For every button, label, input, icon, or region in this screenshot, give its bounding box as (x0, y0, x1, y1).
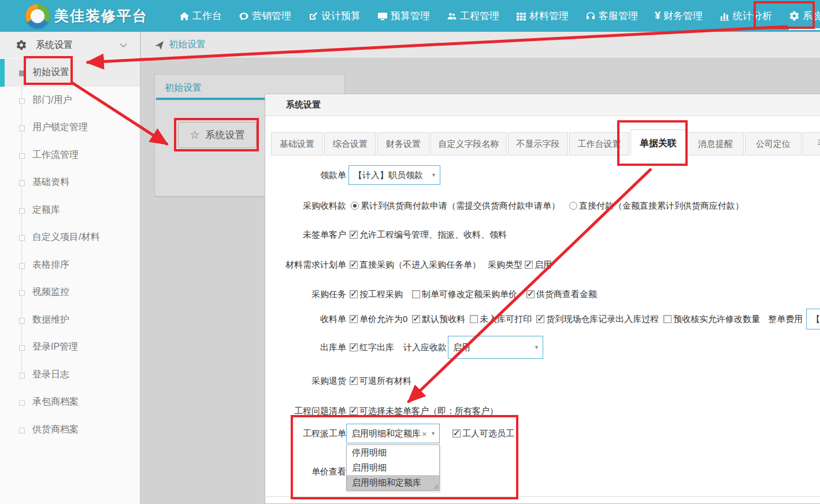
sidebar-item-quota-library[interactable]: 定额库 (0, 197, 140, 224)
option-label: 计入应收款 (403, 342, 447, 353)
system-settings-button[interactable]: ☆ 系统设置 (178, 122, 257, 148)
headset-icon (585, 11, 596, 21)
sidebar-item-label: 初始设置 (32, 66, 69, 79)
sidebar-item-login-log[interactable]: 登录日志 (0, 361, 140, 389)
option-label: 默认预收料 (422, 314, 465, 325)
checkbox-return-all-materials[interactable] (350, 377, 358, 385)
sidebar-item-data-maintenance[interactable]: 数据维护 (0, 306, 140, 334)
checkbox-default-pre-receive[interactable] (412, 315, 420, 323)
caret-down-icon: ▼ (431, 172, 436, 178)
nav-item-label: 统计分析 (733, 9, 772, 23)
nav-item-design-budget[interactable]: 设计预算 (308, 0, 361, 32)
form-row-outbound: 出库单 红字出库 计入应收款 启用 ▼ (265, 336, 543, 359)
checkbox-print-before-storage[interactable] (470, 315, 478, 323)
option-label: 可选择未签单客户（即：所有客户） (359, 406, 498, 417)
tab-message-reminder[interactable]: 消息提醒 (687, 132, 744, 155)
tab-document-relations[interactable]: 单据关联 (630, 129, 686, 155)
option-label: 未入库可打印 (480, 314, 532, 325)
dialog-tabs: 基础设置 综合设置 财务设置 自定义字段名称 不显示字段 工作台设置 单据关联 … (271, 129, 820, 155)
system-settings-dialog: 系统设置 基础设置 综合设置 财务设置 自定义字段名称 不显示字段 工作台设置 … (265, 94, 820, 504)
nav-item-label: 材料管理 (529, 9, 569, 23)
star-icon: ☆ (190, 128, 199, 142)
nav-item-budget[interactable]: 预算管理 (377, 0, 430, 32)
nav-item-system-settings[interactable]: 系统设置 (789, 0, 820, 32)
sidebar-item-label: 承包商档案 (32, 396, 79, 408)
checkbox-purchase-type-enabled[interactable] (525, 261, 533, 269)
sidebar-header-label: 系统设置 (36, 39, 73, 51)
brand-logo-icon (25, 4, 50, 28)
checkbox-verify-modify-quantity[interactable] (663, 315, 671, 323)
bar-chart-icon (719, 11, 730, 21)
sidebar-item-contractor-files[interactable]: 承包商档案 (0, 388, 140, 416)
form-row-receiving: 收料单 单价允许为0 默认预收料 未入库可打印 货到现场仓库记录出入库过程 预收… (265, 309, 820, 329)
checkbox-select-unsigned-customer[interactable] (350, 407, 358, 415)
dispatch-detail-select[interactable]: 启用明细和定额库 × ▼ (346, 424, 440, 443)
whole-order-fee-select[interactable]: 【计入 (806, 309, 820, 329)
option-label: 可退所有材料 (359, 376, 411, 387)
withdrawal-type-select[interactable]: 【计入】职员领款 ▼ (348, 165, 440, 185)
sidebar-item-table-sort[interactable]: 表格排序 (0, 251, 140, 279)
radio-direct-payment[interactable] (569, 202, 577, 210)
sidebar-item-basic-data[interactable]: 基础资料 (0, 169, 140, 197)
remove-tag-icon[interactable]: × (422, 429, 427, 439)
tab-general-settings[interactable]: 综合设置 (324, 132, 376, 155)
top-nav: 美佳装修平台 工作台 营销管理 设计预算 预算管理 工程管理 材料管理 客服 (0, 0, 820, 32)
tab-finance-settings[interactable]: 财务设置 (377, 132, 429, 155)
sidebar-item-label: 表格排序 (32, 259, 69, 271)
dropdown-option-enable-detail[interactable]: 启用明细 (347, 460, 439, 475)
tab-hidden-fields[interactable]: 不显示字段 (508, 132, 568, 155)
sidebar-item-video-monitor[interactable]: 视频监控 (0, 279, 140, 306)
tab-workbench-settings[interactable]: 工作台设置 (569, 132, 629, 155)
navigation-plane-icon (154, 40, 164, 50)
form-row-purchase-return: 采购退货 可退所有材料 (265, 375, 413, 387)
sidebar-item-supplier-files[interactable]: 供货商档案 (0, 416, 140, 444)
sidebar-item-label: 视频监控 (32, 286, 69, 298)
field-label: 单价查看 (265, 466, 346, 477)
form-row-dispatch-order: 工程派工单 启用明细和定额库 × ▼ 工人可选员工 (265, 424, 515, 443)
nav-item-finance[interactable]: ¥ 财务管理 (655, 0, 703, 32)
sidebar-item-custom-project-material[interactable]: 自定义项目/材料 (0, 224, 140, 251)
checkbox-site-warehouse-record[interactable] (536, 315, 544, 323)
checkbox-supplier-view-amount[interactable] (526, 290, 535, 298)
radio-accumulate-payment[interactable] (351, 202, 359, 210)
option-label: 启用 (535, 260, 552, 270)
tab-custom-fields[interactable]: 自定义字段名称 (431, 132, 507, 155)
checkbox-direct-purchase[interactable] (350, 261, 358, 269)
checkbox-purchase-by-project[interactable] (350, 290, 358, 298)
nav-item-engineering[interactable]: 工程管理 (447, 0, 499, 32)
nav-item-label: 营销管理 (252, 9, 291, 23)
sidebar-item-label: 自定义项目/材料 (32, 231, 99, 243)
dropdown-option-disable-detail[interactable]: 停用明细 (347, 445, 439, 460)
checkbox-worker-select-employee[interactable] (452, 429, 461, 438)
sidebar-item-label: 供货商档案 (32, 424, 79, 436)
sidebar-item-user-lock[interactable]: 用户锁定管理 (0, 114, 140, 142)
home-icon (179, 11, 190, 21)
checkbox-allow-project-number[interactable] (350, 231, 358, 239)
sidebar-item-login-ip[interactable]: 登录IP管理 (0, 333, 140, 361)
gear-icon (789, 10, 800, 21)
sidebar-item-departments-users[interactable]: 部门/用户 (0, 87, 140, 114)
nav-menu: 工作台 营销管理 设计预算 预算管理 工程管理 材料管理 客服管理 ¥ 财务管理 (179, 0, 820, 32)
dropdown-option-enable-detail-quota[interactable]: 启用明细和定额库 (347, 475, 439, 490)
sidebar-item-workflow[interactable]: 工作流管理 (0, 142, 140, 169)
sidebar-header-system-settings[interactable]: 系统设置 (0, 32, 140, 58)
yen-icon: ¥ (655, 10, 661, 22)
checkbox-modify-quota-price[interactable] (412, 290, 420, 298)
tab-basic-settings[interactable]: 基础设置 (271, 132, 323, 155)
checkbox-price-zero[interactable] (350, 315, 358, 323)
tab-company-location[interactable]: 公司定位 (745, 132, 802, 155)
option-label: 采购类型 (488, 260, 522, 270)
option-label: 整单费用 (768, 314, 803, 325)
receivable-select[interactable]: 启用 ▼ (448, 336, 543, 359)
tab-mobile[interactable]: 手机端 (803, 132, 820, 155)
nav-item-workbench[interactable]: 工作台 (179, 0, 222, 32)
nav-item-statistics[interactable]: 统计分析 (719, 0, 772, 32)
dialog-footer-divider (265, 496, 820, 497)
nav-item-customer-service[interactable]: 客服管理 (585, 0, 638, 32)
sidebar-item-initial-settings[interactable]: 初始设置 (0, 59, 140, 87)
checkbox-red-outbound[interactable] (350, 343, 358, 351)
tab-initial-settings[interactable]: 初始设置 (165, 82, 202, 94)
nav-item-label: 客服管理 (599, 9, 638, 23)
nav-item-materials[interactable]: 材料管理 (516, 0, 569, 32)
nav-item-marketing[interactable]: 营销管理 (239, 0, 291, 32)
